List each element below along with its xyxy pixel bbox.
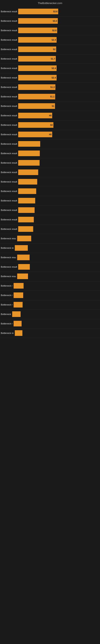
bar-row-10: Bottleneck result51 — [0, 102, 100, 111]
bar-label-31: Bottleneck r — [1, 304, 12, 306]
bar-label-15: Bottleneck result — [1, 152, 17, 154]
bar-label-4: Bottleneck result — [1, 48, 17, 50]
bar-row-30: Bottleneck r — [0, 291, 100, 300]
bar-value-6: 52.4 — [51, 67, 56, 70]
bar-fill-12: 50 — [18, 122, 53, 128]
bar-label-32: Bottleneck — [1, 313, 11, 315]
bar-label-26: Bottleneck resu — [1, 256, 16, 258]
bar-row-22: Bottleneck result — [0, 215, 100, 224]
bar-fill-29 — [14, 283, 24, 288]
bar-row-28: Bottleneck resu — [0, 272, 100, 281]
bar-fill-24 — [17, 236, 31, 241]
bar-fill-0: 53.6 — [18, 9, 58, 14]
bar-value-11: 49 — [49, 114, 51, 117]
bar-fill-18 — [18, 179, 37, 184]
bars-container: Bottleneck result53.6Bottleneck result53… — [0, 7, 100, 338]
bar-fill-26 — [17, 254, 30, 260]
bar-container-3: 52.4 — [17, 37, 57, 43]
bar-container-12: 50 — [17, 122, 53, 128]
bar-label-0: Bottleneck result — [1, 10, 17, 13]
bar-fill-2: 52.8 — [18, 28, 57, 33]
bar-row-5: Bottleneck result51.7 — [0, 54, 100, 64]
bar-row-2: Bottleneck result52.8 — [0, 26, 100, 36]
bar-container-1: 53.3 — [17, 18, 58, 24]
bar-value-1: 53.3 — [53, 20, 57, 22]
bar-fill-11: 49 — [18, 113, 52, 118]
bar-row-6: Bottleneck result52.4 — [0, 64, 100, 73]
bar-label-34: Bottleneck re — [1, 332, 14, 334]
bar-row-24: Bottleneck resu — [0, 234, 100, 244]
bar-value-0: 53.6 — [53, 10, 57, 13]
bar-row-9: Bottleneck result51.1 — [0, 92, 100, 102]
bar-container-29 — [12, 283, 24, 288]
bar-row-15: Bottleneck result — [0, 149, 100, 158]
bar-row-7: Bottleneck result52.4 — [0, 73, 100, 83]
bar-label-7: Bottleneck result — [1, 76, 17, 79]
bar-fill-23 — [18, 226, 33, 232]
bar-container-7: 52.4 — [17, 75, 57, 80]
bar-label-9: Bottleneck result — [1, 96, 17, 98]
bar-label-5: Bottleneck result — [1, 58, 17, 60]
bar-container-11: 49 — [17, 113, 52, 118]
bar-label-8: Bottleneck result — [1, 86, 17, 88]
bar-row-29: Bottleneck r — [0, 281, 100, 291]
bar-label-2: Bottleneck result — [1, 29, 17, 32]
bar-fill-4: 52 — [18, 46, 56, 52]
bar-container-34 — [14, 330, 22, 336]
bar-fill-25 — [15, 245, 28, 251]
bar-row-11: Bottleneck result49 — [0, 111, 100, 120]
bar-row-0: Bottleneck result53.6 — [0, 7, 100, 16]
bar-container-25 — [14, 245, 28, 251]
bar-label-13: Bottleneck result — [1, 133, 17, 136]
bar-container-10: 51 — [17, 103, 55, 109]
bar-fill-15 — [18, 150, 40, 156]
bar-row-3: Bottleneck result52.4 — [0, 36, 100, 45]
bar-label-11: Bottleneck result — [1, 114, 17, 117]
bar-label-29: Bottleneck r — [1, 284, 12, 287]
bar-row-16: Bottleneck result — [0, 158, 100, 168]
bar-value-5: 51.7 — [51, 58, 55, 60]
bar-container-20 — [17, 198, 35, 204]
bar-row-17: Bottleneck result — [0, 168, 100, 177]
bar-fill-16 — [18, 160, 40, 166]
bar-label-20: Bottleneck result — [1, 200, 17, 202]
bar-value-9: 51.1 — [50, 96, 54, 98]
bar-container-15 — [17, 150, 40, 156]
bar-row-33: Bottleneck r — [0, 319, 100, 329]
bar-row-26: Bottleneck resu — [0, 253, 100, 262]
bar-container-24 — [16, 236, 31, 241]
bar-fill-17 — [18, 170, 38, 175]
bar-label-30: Bottleneck r — [1, 294, 12, 296]
bar-row-27: Bottleneck result — [0, 262, 100, 272]
bar-row-34: Bottleneck re — [0, 329, 100, 338]
bar-row-31: Bottleneck r — [0, 300, 100, 310]
bar-row-21: Bottleneck result — [0, 206, 100, 215]
bar-container-19 — [17, 188, 36, 194]
bar-container-26 — [16, 254, 30, 260]
bar-label-25: Bottleneck re — [1, 247, 14, 249]
bar-label-3: Bottleneck result — [1, 39, 17, 41]
bar-fill-13: 49 — [18, 132, 52, 137]
bar-label-24: Bottleneck resu — [1, 237, 16, 240]
bar-fill-1: 53.3 — [18, 18, 58, 24]
bar-label-6: Bottleneck result — [1, 67, 17, 70]
bar-label-16: Bottleneck result — [1, 162, 17, 164]
bar-fill-9: 51.1 — [18, 94, 55, 100]
bar-label-33: Bottleneck r — [1, 322, 12, 325]
bar-container-32 — [11, 311, 21, 317]
bar-fill-30 — [14, 292, 23, 298]
bar-row-23: Bottleneck result — [0, 224, 100, 234]
bar-row-32: Bottleneck — [0, 310, 100, 319]
bar-row-19: Bottleneck result — [0, 187, 100, 196]
bar-row-25: Bottleneck re — [0, 244, 100, 253]
bar-label-10: Bottleneck result — [1, 105, 17, 107]
bar-label-1: Bottleneck result — [1, 20, 17, 22]
bar-row-14: Bottleneck result — [0, 140, 100, 149]
bar-row-20: Bottleneck result — [0, 196, 100, 206]
bar-container-23 — [17, 226, 33, 232]
bar-row-1: Bottleneck result53.3 — [0, 16, 100, 26]
bar-row-8: Bottleneck result51.3 — [0, 83, 100, 92]
bar-value-3: 52.4 — [51, 39, 56, 41]
bar-container-17 — [17, 170, 38, 175]
bar-fill-21 — [18, 207, 35, 213]
